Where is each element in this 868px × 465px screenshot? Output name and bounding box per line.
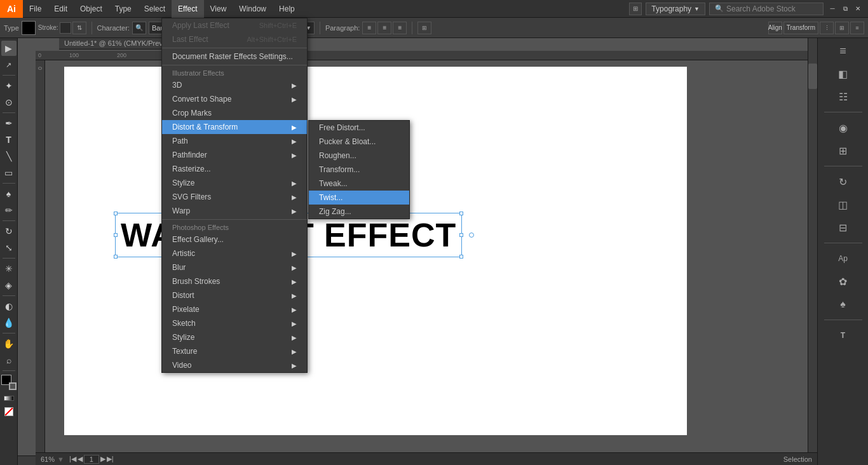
page-number[interactable]: 1: [84, 455, 99, 464]
panel-symbols[interactable]: ✿: [833, 271, 853, 292]
scroll-thumb-v[interactable]: [808, 64, 817, 89]
menu-edit[interactable]: Edit: [48, 0, 74, 18]
handle-mt[interactable]: [287, 212, 290, 215]
color-mode-toggle[interactable]: [2, 391, 16, 405]
tool-rotate[interactable]: ↻: [1, 224, 17, 239]
font-size-arrow: ▼: [306, 25, 311, 31]
panel-brushes[interactable]: ♠: [833, 294, 853, 314]
font-name-input[interactable]: Bauhaus 93: [149, 22, 212, 34]
panel-sep-3: [824, 243, 862, 243]
align-center[interactable]: ≡: [377, 22, 391, 34]
font-style-input[interactable]: Regular ▼: [215, 22, 259, 34]
align-right[interactable]: ≡: [393, 22, 407, 34]
align-left[interactable]: ≡: [362, 22, 376, 34]
panel-align[interactable]: ⊟: [833, 217, 853, 238]
menu-window[interactable]: Window: [233, 0, 273, 18]
character-label: Character:: [97, 24, 130, 32]
tool-scale[interactable]: ⤡: [1, 240, 17, 255]
font-size-value: 70.24 pt: [276, 24, 302, 32]
scrollbar-vertical[interactable]: [808, 38, 817, 455]
menu-object[interactable]: Object: [74, 0, 109, 18]
tool-sep-7: [3, 333, 15, 334]
nav-last[interactable]: ▶|: [107, 455, 114, 463]
artboard: WAVY TEXT EFFECT: [64, 67, 687, 435]
menu-type[interactable]: Type: [109, 0, 138, 18]
tool-magic-wand[interactable]: ✦: [1, 78, 17, 93]
canvas-text: WAVY TEXT EFFECT: [116, 213, 461, 257]
handle-tl[interactable]: [114, 212, 118, 215]
tool-warp[interactable]: ✳: [1, 261, 17, 276]
panel-pathfinder[interactable]: ◫: [833, 194, 853, 215]
handle-bl[interactable]: [114, 255, 118, 259]
right-options: Align Transform ⋮ ⊞ ≡: [768, 22, 864, 34]
transform-button[interactable]: Transform: [783, 22, 818, 34]
tool-pencil[interactable]: ✏: [1, 203, 17, 218]
panel-layers[interactable]: ◧: [833, 64, 853, 84]
panel-libraries[interactable]: ☷: [833, 86, 853, 107]
fill-color[interactable]: [22, 21, 36, 35]
handle-br[interactable]: [459, 255, 463, 259]
handle-mb[interactable]: [287, 255, 290, 259]
font-search[interactable]: 🔍: [132, 22, 146, 34]
workspace-dropdown[interactable]: Typography ▼: [646, 3, 705, 15]
tool-hand[interactable]: ✋: [1, 336, 17, 351]
menu-view[interactable]: View: [204, 0, 233, 18]
restore-button[interactable]: ⧉: [840, 4, 850, 14]
menu-file[interactable]: File: [23, 0, 48, 18]
tool-rectangle[interactable]: ▭: [1, 165, 17, 180]
tool-type[interactable]: T: [1, 132, 17, 147]
panel-appearance[interactable]: Ap: [833, 248, 853, 269]
stroke-swatch[interactable]: [60, 22, 71, 34]
tool-gradient[interactable]: ◐: [1, 299, 17, 314]
selection-box[interactable]: WAVY TEXT EFFECT: [115, 213, 462, 257]
nav-prev[interactable]: ◀: [78, 455, 83, 463]
tool-eyedropper[interactable]: 💧: [1, 315, 17, 330]
handle-ml[interactable]: [114, 233, 118, 237]
tool-zoom[interactable]: ⌕: [1, 353, 17, 368]
options-grid[interactable]: ⊞: [835, 22, 849, 34]
font-style-arrow: ▼: [250, 25, 256, 31]
menu-help[interactable]: Help: [273, 0, 301, 18]
canvas-viewport: WAVY TEXT EFFECT: [45, 60, 808, 455]
panel-swatches[interactable]: ⊞: [833, 140, 853, 161]
workspace-icon[interactable]: ⊞: [629, 3, 642, 15]
canvas-area: Untitled-1* @ 61% (CMYK/Previ... ✕ 0 100…: [18, 38, 817, 465]
tool-sep-8: [3, 370, 15, 371]
text-option-1[interactable]: ⊞: [417, 22, 431, 34]
canvas-title-text: Untitled-1* @ 61% (CMYK/Previ...: [64, 39, 170, 47]
search-stock-input[interactable]: 🔍 Search Adobe Stock: [709, 3, 824, 15]
handle-rotate[interactable]: [469, 232, 474, 238]
tool-lasso[interactable]: ⊙: [1, 95, 17, 110]
font-size-arrows[interactable]: ⇅: [262, 22, 272, 34]
tool-line[interactable]: ╲: [1, 149, 17, 164]
panel-type2[interactable]: T: [833, 325, 853, 346]
font-size-input[interactable]: 70.24 pt ▼: [273, 22, 315, 34]
panel-color[interactable]: ◉: [833, 118, 853, 138]
stroke-color-swatch[interactable]: [9, 382, 17, 390]
nav-next[interactable]: ▶: [100, 455, 105, 463]
panel-properties[interactable]: ≡: [833, 41, 853, 61]
handle-tr[interactable]: [459, 212, 463, 215]
tool-blend[interactable]: ◈: [1, 278, 17, 293]
tool-direct-selection[interactable]: ↗: [1, 57, 17, 72]
window-controls: ─ ⧉ ✕: [827, 4, 863, 14]
search-placeholder: Search Adobe Stock: [726, 4, 796, 13]
close-tab-button[interactable]: ✕: [177, 39, 183, 47]
menu-select[interactable]: Select: [138, 0, 172, 18]
options-more[interactable]: ⋮: [820, 22, 834, 34]
handle-mr[interactable]: [459, 233, 463, 237]
nav-first[interactable]: |◀: [69, 455, 76, 463]
panel-transform[interactable]: ↻: [833, 172, 853, 192]
close-button[interactable]: ✕: [853, 4, 863, 14]
tool-pen[interactable]: ✒: [1, 116, 17, 131]
stroke-weight[interactable]: ⇅: [72, 22, 86, 34]
tool-selection[interactable]: ▶: [1, 41, 17, 56]
options-settings[interactable]: ≡: [850, 22, 864, 34]
font-name-value: Bauhaus 93: [152, 24, 189, 32]
no-color-icon[interactable]: [2, 407, 16, 417]
menu-effect[interactable]: Effect: [172, 0, 203, 18]
minimize-button[interactable]: ─: [827, 4, 837, 14]
align-button[interactable]: Align: [768, 22, 782, 34]
tool-paintbrush[interactable]: ♠: [1, 186, 17, 201]
workspace-label: Typography: [651, 4, 691, 13]
